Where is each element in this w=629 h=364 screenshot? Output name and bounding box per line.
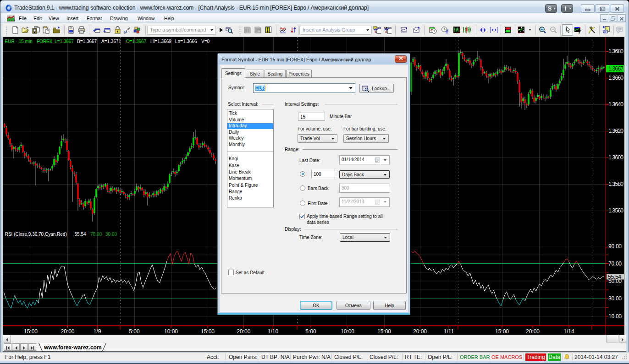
svg-text:1.3560: 1.3560 (608, 207, 623, 214)
svg-text:15:00: 15:00 (495, 328, 509, 335)
svg-text:Lo=1.3666: Lo=1.3666 (175, 39, 197, 44)
svg-text:55.54: 55.54 (75, 232, 86, 237)
svg-text:T: T (578, 29, 581, 34)
svg-text:1/10: 1/10 (268, 328, 279, 335)
svg-text:10:00: 10:00 (164, 328, 178, 335)
svg-text:20:00: 20:00 (61, 328, 74, 335)
svg-text:30.00: 30.00 (105, 232, 117, 237)
svg-text:1/14: 1/14 (563, 328, 574, 335)
svg-text:A=1.3671: A=1.3671 (101, 39, 121, 44)
svg-text:1/9: 1/9 (94, 328, 101, 335)
svg-text:V=0: V=0 (201, 39, 210, 44)
svg-text:90.00: 90.00 (608, 243, 622, 250)
svg-text:1.3600: 1.3600 (608, 154, 623, 161)
svg-text:10:00: 10:00 (341, 328, 354, 335)
svg-text:30.00: 30.00 (608, 295, 622, 302)
svg-text:15:00: 15:00 (24, 328, 38, 335)
svg-text:O=1.3667: O=1.3667 (126, 39, 147, 44)
svg-text:70.00: 70.00 (90, 232, 102, 237)
svg-text:RSI (Close,9,30,70,Cyan,Red): RSI (Close,9,30,70,Cyan,Red) (5, 232, 67, 237)
svg-text:1/11: 1/11 (444, 328, 454, 335)
svg-text:20:00: 20:00 (413, 328, 427, 335)
svg-text:Hi=1.3669: Hi=1.3669 (150, 39, 171, 44)
svg-text:55.54: 55.54 (608, 274, 621, 280)
svg-text:5:00: 5:00 (129, 328, 140, 335)
svg-text:1.3660: 1.3660 (608, 75, 623, 81)
svg-text:L=1.3667: L=1.3667 (55, 39, 74, 44)
svg-text:1.3620: 1.3620 (608, 128, 623, 134)
svg-text:FOREX: FOREX (37, 39, 53, 44)
svg-text:5:00: 5:00 (305, 328, 316, 335)
svg-text:1.3580: 1.3580 (608, 181, 623, 187)
svg-text:1.3680: 1.3680 (608, 48, 623, 54)
svg-text:15:00: 15:00 (377, 328, 391, 335)
svg-text:1.3640: 1.3640 (608, 101, 623, 108)
svg-text:1.3667: 1.3667 (608, 65, 623, 72)
svg-text:15:00: 15:00 (201, 328, 215, 335)
svg-text:B=1.3667: B=1.3667 (77, 39, 97, 44)
svg-text:20:00: 20:00 (526, 328, 540, 335)
svg-text:10.00: 10.00 (608, 313, 622, 320)
svg-text:20:00: 20:00 (237, 328, 250, 335)
svg-text:EUR - 15 min: EUR - 15 min (5, 39, 33, 44)
svg-text:70.00: 70.00 (608, 261, 622, 267)
